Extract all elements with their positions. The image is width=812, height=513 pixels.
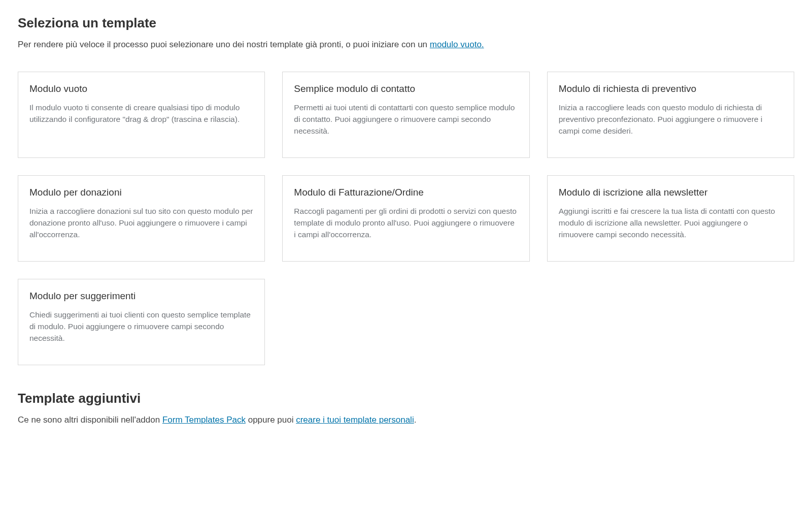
template-card-blank[interactable]: Modulo vuoto Il modulo vuoto ti consente… (18, 72, 265, 158)
template-card-title: Modulo di iscrizione alla newsletter (559, 187, 783, 198)
template-card-description: Inizia a raccogliere donazioni sul tuo s… (29, 205, 253, 241)
template-card-description: Raccogli pagamenti per gli ordini di pro… (294, 205, 518, 241)
create-custom-templates-link[interactable]: creare i tuoi template personali (296, 415, 414, 425)
template-card-billing[interactable]: Modulo di Fatturazione/Ordine Raccogli p… (282, 175, 529, 262)
template-card-description: Aggiungi iscritti e fai crescere la tua … (559, 205, 783, 241)
template-card-title: Modulo di richiesta di preventivo (559, 83, 783, 94)
template-card-title: Semplice modulo di contatto (294, 83, 518, 94)
template-card-description: Il modulo vuoto ti consente di creare qu… (29, 102, 253, 125)
template-card-title: Modulo di Fatturazione/Ordine (294, 187, 518, 198)
additional-templates-description: Ce ne sono altri disponibili nell'addon … (18, 413, 794, 427)
description-text-pre: Ce ne sono altri disponibili nell'addon (18, 415, 162, 425)
template-card-description: Inizia a raccogliere leads con questo mo… (559, 102, 783, 137)
page-description: Per rendere più veloce il processo puoi … (18, 38, 794, 51)
blank-form-link[interactable]: modulo vuoto. (430, 40, 484, 49)
template-card-title: Modulo per donazioni (29, 187, 253, 198)
template-card-title: Modulo vuoto (29, 83, 253, 94)
template-card-contact[interactable]: Semplice modulo di contatto Permetti ai … (282, 72, 529, 158)
template-grid: Modulo vuoto Il modulo vuoto ti consente… (18, 72, 794, 365)
template-card-newsletter[interactable]: Modulo di iscrizione alla newsletter Agg… (547, 175, 794, 262)
page-title: Seleziona un template (18, 15, 794, 31)
template-card-quote[interactable]: Modulo di richiesta di preventivo Inizia… (547, 72, 794, 158)
template-card-title: Modulo per suggerimenti (29, 291, 253, 302)
template-card-description: Permetti ai tuoi utenti di contattarti c… (294, 102, 518, 137)
form-templates-pack-link[interactable]: Form Templates Pack (162, 415, 246, 425)
description-text-post: . (414, 415, 417, 425)
description-text: Per rendere più veloce il processo puoi … (18, 40, 430, 49)
additional-templates-title: Template aggiuntivi (18, 391, 794, 406)
template-card-suggestions[interactable]: Modulo per suggerimenti Chiedi suggerime… (18, 279, 265, 365)
template-card-donation[interactable]: Modulo per donazioni Inizia a raccoglier… (18, 175, 265, 262)
template-card-description: Chiedi suggerimenti ai tuoi clienti con … (29, 309, 253, 344)
description-text-mid: oppure puoi (246, 415, 296, 425)
